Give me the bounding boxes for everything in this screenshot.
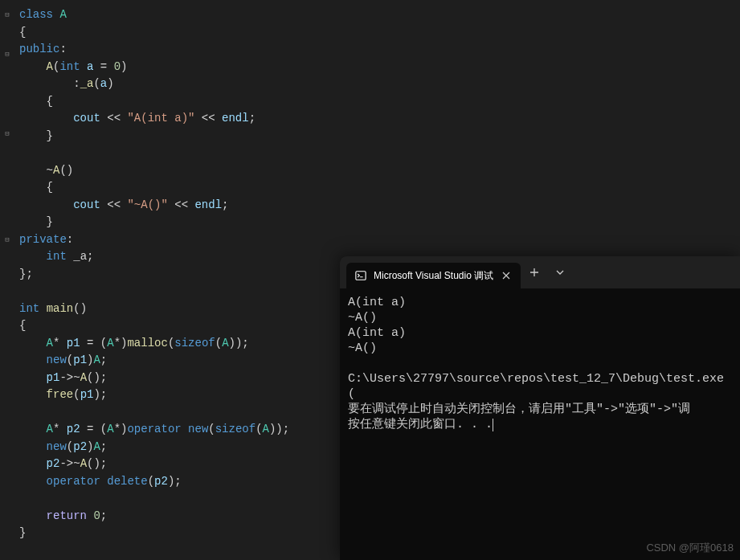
code-line[interactable]: { [18,24,289,42]
code-line[interactable] [18,283,289,300]
code-line[interactable]: }; [18,266,289,284]
fold-marker [2,262,12,272]
code-line[interactable]: private: [18,231,289,249]
fold-marker [2,103,12,112]
fold-marker [2,37,12,47]
close-tab-button[interactable] [500,269,513,282]
code-line[interactable]: p1->~A(); [18,370,289,387]
code-line[interactable]: return 0; [18,508,289,525]
fold-marker [2,329,12,338]
terminal-output[interactable]: A(int a) ~A() A(int a) ~A() C:\Users\277… [340,288,740,560]
code-line[interactable]: } [18,128,289,145]
terminal-tab[interactable]: Microsoft Visual Studio 调试 [346,263,521,288]
fold-marker [2,223,12,232]
fold-marker [2,170,12,179]
code-line[interactable]: int main() [18,300,289,318]
fold-marker[interactable]: ⊟ [2,235,12,245]
code-line[interactable]: { [18,179,289,197]
code-line[interactable]: free(p1); [18,386,289,404]
code-line[interactable]: new(p1)A; [18,352,289,370]
code-area[interactable]: class A{public: A(int a = 0) :_a(a) { co… [14,0,289,560]
tab-dropdown-button[interactable] [548,260,572,284]
fold-marker [2,249,12,259]
fold-gutter[interactable]: ⊟ ⊟ ⊟ ⊟ [0,0,14,560]
code-line[interactable] [18,490,289,508]
code-line[interactable]: public: [18,41,289,59]
code-line[interactable]: } [18,525,289,542]
fold-marker [2,302,12,312]
fold-marker [2,23,12,33]
terminal-tab-title: Microsoft Visual Studio 调试 [374,269,493,283]
code-line[interactable]: new(p2)A; [18,439,289,456]
code-line[interactable] [18,404,289,422]
fold-marker [2,209,12,219]
fold-marker [2,63,12,73]
code-line[interactable]: p2->~A(); [18,456,289,473]
fold-marker [2,355,12,365]
code-line[interactable]: class A [18,6,289,24]
code-line[interactable]: cout << "A(int a)" << endl; [18,110,289,128]
fold-marker [2,408,12,418]
fold-marker [2,341,12,351]
code-line[interactable]: ~A() [18,162,289,180]
code-line[interactable]: operator delete(p2); [18,473,289,491]
code-line[interactable]: A(int a = 0) [18,59,289,76]
code-line[interactable]: { [18,317,289,335]
fold-marker[interactable]: ⊟ [2,129,12,139]
terminal-cursor [493,419,493,431]
fold-marker [2,394,12,404]
fold-marker [2,156,12,166]
fold-marker [2,315,12,325]
terminal-icon [354,269,367,282]
fold-marker[interactable]: ⊟ [2,50,12,59]
code-line[interactable]: A* p1 = (A*)malloc(sizeof(A)); [18,335,289,353]
fold-marker [2,116,12,126]
code-line[interactable]: A* p2 = (A*)operator new(sizeof(A)); [18,421,289,439]
fold-marker [2,90,12,100]
fold-marker [2,143,12,153]
code-line[interactable]: { [18,93,289,111]
code-line[interactable]: :_a(a) [18,76,289,93]
code-line[interactable]: } [18,214,289,231]
fold-marker [2,182,12,192]
svg-rect-0 [356,272,366,280]
fold-marker [2,288,12,298]
fold-marker [2,368,12,378]
fold-marker [2,196,12,206]
terminal-window: Microsoft Visual Studio 调试 A(int a) ~A()… [340,256,740,560]
new-tab-button[interactable] [522,260,546,284]
code-line[interactable]: cout << "~A()" << endl; [18,197,289,215]
code-line[interactable]: int _a; [18,248,289,266]
fold-marker [2,276,12,285]
fold-marker [2,382,12,391]
terminal-titlebar: Microsoft Visual Studio 调试 [340,256,740,288]
fold-marker[interactable]: ⊟ [2,10,12,20]
watermark: CSDN @阿瑾0618 [646,541,734,555]
fold-marker [2,76,12,86]
code-line[interactable] [18,145,289,162]
